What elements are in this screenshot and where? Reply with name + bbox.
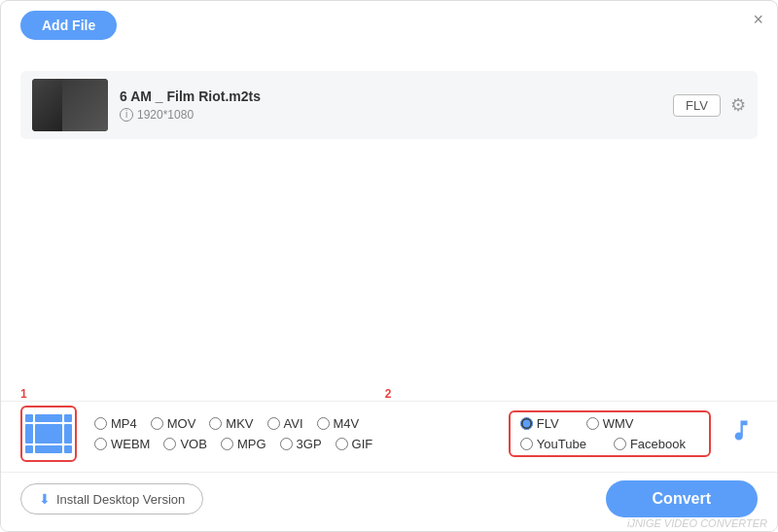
- file-meta: i 1920*1080: [120, 108, 673, 122]
- format-3gp-label: 3GP: [297, 437, 322, 451]
- format-mp4[interactable]: MP4: [94, 416, 137, 431]
- radio-webm[interactable]: [94, 438, 107, 450]
- film-cell: [35, 445, 62, 453]
- close-button[interactable]: ×: [753, 11, 763, 28]
- radio-mkv[interactable]: [209, 417, 222, 430]
- format-gif[interactable]: GIF: [336, 437, 373, 451]
- radio-mp4[interactable]: [94, 417, 107, 430]
- format-wmv-label: WMV: [603, 416, 634, 431]
- file-resolution: 1920*1080: [137, 108, 194, 122]
- format-row-2: WEBM VOB MPG 3GP: [94, 437, 509, 451]
- radio-mpg[interactable]: [221, 438, 233, 450]
- download-icon: ⬇: [39, 491, 51, 507]
- format-avi-label: AVI: [284, 416, 303, 431]
- format-row-1: MP4 MOV MKV AVI: [94, 416, 509, 431]
- radio-flv[interactable]: [520, 417, 533, 430]
- format-vob-label: VOB: [180, 437, 206, 451]
- radio-vob[interactable]: [163, 438, 176, 450]
- radio-wmv[interactable]: [586, 417, 599, 430]
- film-cell: [64, 445, 72, 453]
- radio-gif[interactable]: [336, 438, 348, 450]
- radio-mov[interactable]: [151, 417, 163, 430]
- format-webm-label: WEBM: [111, 437, 150, 451]
- format-mpg[interactable]: MPG: [221, 437, 266, 451]
- format-mkv[interactable]: MKV: [209, 416, 253, 431]
- file-info: 6 AM _ Film Riot.m2ts i 1920*1080: [120, 89, 673, 122]
- format-mov[interactable]: MOV: [151, 416, 196, 431]
- format-wmv[interactable]: WMV: [586, 416, 634, 431]
- format-vob[interactable]: VOB: [163, 437, 206, 451]
- watermark-text: iJNIGE VIDEO CONVERTER: [627, 517, 767, 529]
- music-note-icon: [730, 417, 758, 444]
- film-cell: [25, 424, 33, 443]
- format-avi[interactable]: AVI: [267, 416, 303, 431]
- film-cell: [35, 424, 62, 443]
- format-youtube-label: YouTube: [537, 437, 586, 451]
- format-webm[interactable]: WEBM: [94, 437, 150, 451]
- format-mpg-label: MPG: [237, 437, 266, 451]
- video-format-icon-box[interactable]: [20, 406, 77, 462]
- format-gif-label: GIF: [352, 437, 373, 451]
- format-facebook[interactable]: Facebook: [614, 437, 686, 451]
- radio-facebook[interactable]: [614, 438, 626, 450]
- highlighted-format-group: FLV WMV YouTube Facebook: [509, 410, 711, 457]
- format-flv-label: FLV: [537, 416, 559, 431]
- flv-row-2: YouTube Facebook: [520, 437, 699, 451]
- film-cell: [25, 414, 33, 422]
- format-m4v[interactable]: M4V: [317, 416, 360, 431]
- step-numbers-row: 1 2: [1, 381, 777, 401]
- film-cell: [64, 424, 72, 443]
- radio-avi[interactable]: [267, 417, 280, 430]
- format-mkv-label: MKV: [226, 416, 253, 431]
- radio-youtube[interactable]: [520, 438, 533, 450]
- step2-label: 2: [385, 387, 392, 401]
- format-mov-label: MOV: [167, 416, 196, 431]
- step1-label: 1: [20, 387, 27, 401]
- format-badge[interactable]: FLV: [673, 94, 721, 117]
- settings-button[interactable]: ⚙: [730, 94, 746, 116]
- format-facebook-label: Facebook: [630, 437, 686, 451]
- film-icon: [25, 414, 72, 453]
- audio-format-icon[interactable]: [730, 417, 758, 450]
- bottom-panel: 1 2: [1, 381, 777, 531]
- radio-3gp[interactable]: [280, 438, 293, 450]
- format-flv[interactable]: FLV: [520, 416, 559, 431]
- thumbnail-image: [32, 79, 108, 131]
- format-youtube[interactable]: YouTube: [520, 437, 586, 451]
- install-label: Install Desktop Version: [56, 492, 185, 507]
- formats-row: MP4 MOV MKV AVI: [1, 401, 777, 472]
- film-cell: [25, 445, 33, 453]
- file-name: 6 AM _ Film Riot.m2ts: [120, 89, 673, 104]
- add-file-button[interactable]: Add File: [20, 11, 117, 40]
- format-3gp[interactable]: 3GP: [280, 437, 322, 451]
- file-actions: FLV ⚙: [673, 94, 746, 117]
- format-m4v-label: M4V: [334, 416, 360, 431]
- radio-m4v[interactable]: [317, 417, 330, 430]
- convert-button[interactable]: Convert: [606, 480, 758, 517]
- file-thumbnail: [32, 79, 108, 131]
- install-button[interactable]: ⬇ Install Desktop Version: [20, 483, 203, 514]
- file-item: 6 AM _ Film Riot.m2ts i 1920*1080 FLV ⚙: [20, 71, 758, 139]
- info-icon: i: [120, 108, 133, 122]
- flv-row-1: FLV WMV: [520, 416, 699, 431]
- format-mp4-label: MP4: [111, 416, 137, 431]
- format-radio-groups: MP4 MOV MKV AVI: [94, 416, 509, 451]
- app-window: × Add File 6 AM _ Film Riot.m2ts i 1920*…: [0, 0, 778, 532]
- film-cell: [64, 414, 72, 422]
- film-cell: [35, 414, 62, 422]
